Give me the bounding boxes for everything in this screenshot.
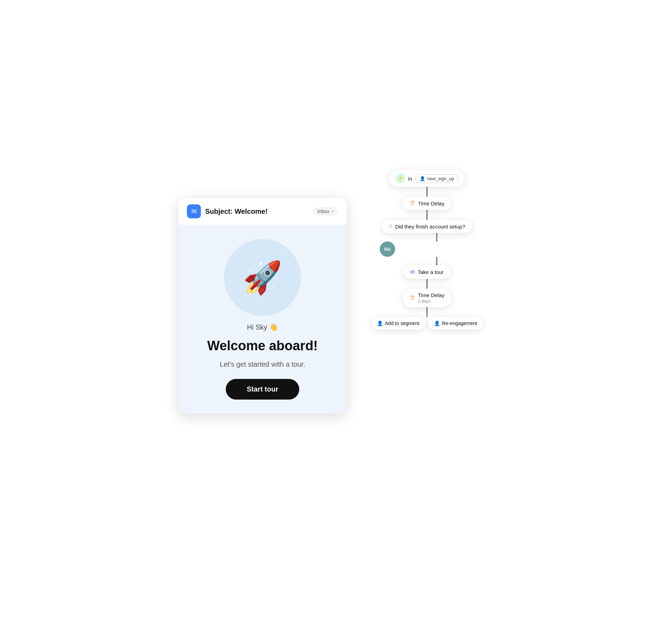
email-welcome-sub: Let's get started with a tour. xyxy=(220,360,305,368)
inbox-badge: Inbox × xyxy=(313,207,338,216)
connector-1 xyxy=(427,187,427,197)
email-subject: Subject: Welcome! xyxy=(205,207,309,216)
scene: ✉ Subject: Welcome! Inbox × 🚀 Hi Sky 👋 W… xyxy=(178,170,493,471)
add-segment-node: 👤 Add to segment xyxy=(371,317,425,330)
trigger-segment-pill: 👤 new_sign_up xyxy=(415,174,459,183)
reengagement-node: 👤 Re-engagement xyxy=(428,317,483,330)
connector-5 xyxy=(427,279,427,289)
timer-icon-2: ⏱ xyxy=(410,295,415,301)
bolt-icon: ⚡ xyxy=(396,174,405,183)
take-tour-node: ✉ Take a tour xyxy=(403,265,450,279)
add-segment-row: 👤 Add to segment 👤 Re-engagement xyxy=(371,317,483,330)
connector-3 xyxy=(436,233,437,241)
connector-4 xyxy=(436,257,437,265)
email-body: 🚀 Hi Sky 👋 Welcome aboard! Let's get sta… xyxy=(178,225,346,414)
inbox-close-icon[interactable]: × xyxy=(331,209,334,214)
no-badge: No xyxy=(380,241,395,257)
workflow-trigger-node: ⚡ in 👤 new_sign_up xyxy=(389,170,465,187)
time-delay-1-node: ⏱ Time Delay xyxy=(402,197,451,210)
email-tour-icon: ✉ xyxy=(410,269,415,275)
condition-node: ⑂ Did they finish account setup? xyxy=(382,220,472,233)
email-greeting: Hi Sky 👋 xyxy=(247,323,278,331)
no-branch: No xyxy=(360,233,493,265)
email-header: ✉ Subject: Welcome! Inbox × xyxy=(178,198,346,225)
add-segment-icon: 👤 xyxy=(377,320,383,326)
rocket-image: 🚀 xyxy=(224,239,301,316)
branch-icon: ⑂ xyxy=(389,223,392,230)
connector-2 xyxy=(427,210,427,220)
email-icon: ✉ xyxy=(187,204,201,218)
timer-icon-1: ⏱ xyxy=(410,200,415,206)
workflow-panel: ⚡ in 👤 new_sign_up ⏱ Time Delay ⑂ Did th… xyxy=(360,170,493,330)
start-tour-button[interactable]: Start tour xyxy=(226,379,299,400)
connector-6 xyxy=(427,307,427,317)
time-delay-2-node: ⏱ Time Delay 2 days xyxy=(402,289,451,307)
reengagement-icon: 👤 xyxy=(434,320,440,326)
email-card: ✉ Subject: Welcome! Inbox × 🚀 Hi Sky 👋 W… xyxy=(178,198,346,414)
segment-icon: 👤 xyxy=(420,176,425,181)
email-welcome-title: Welcome aboard! xyxy=(207,338,318,353)
